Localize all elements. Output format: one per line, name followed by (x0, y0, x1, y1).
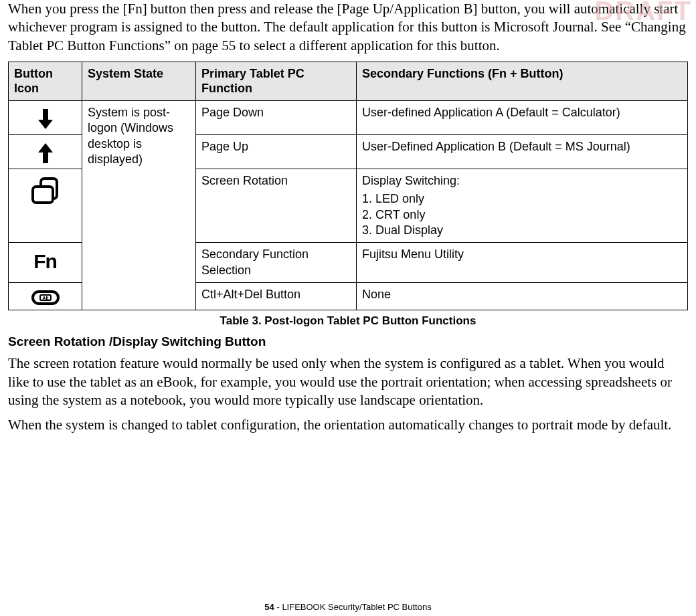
document-page: DRAFT When you press the [Fn] button the… (0, 0, 696, 616)
secondary-item: 3. Dual Display (362, 223, 682, 238)
th-secondary: Secondary Functions (Fn + Button) (357, 62, 688, 100)
footer-sep: - (274, 602, 282, 612)
svg-marker-2 (38, 143, 53, 152)
secondary-cell: Fujitsu Menu Utility (357, 243, 688, 283)
secondary-cell: User-defined Application A (Default = Ca… (357, 100, 688, 134)
th-button-icon: Button Icon (9, 62, 82, 100)
icon-cell: Fn (9, 243, 82, 283)
svg-rect-3 (43, 152, 48, 163)
primary-cell: Page Up (196, 134, 357, 169)
arrow-down-icon (14, 108, 76, 130)
body-paragraph-1: The screen rotation feature would normal… (8, 354, 688, 409)
icon-cell (9, 134, 82, 169)
table-header-row: Button Icon System State Primary Tablet … (9, 62, 688, 100)
button-functions-table: Button Icon System State Primary Tablet … (8, 62, 688, 310)
page-footer: 54 - LIFEBOOK Security/Tablet PC Buttons (0, 602, 696, 612)
svg-text:Alt: Alt (42, 296, 49, 300)
table-row: System is post-logon (Windows desktop is… (9, 100, 688, 134)
footer-title: LIFEBOOK Security/Tablet PC Buttons (282, 602, 431, 612)
svg-rect-0 (43, 109, 48, 120)
secondary-item: 2. CRT only (362, 207, 682, 223)
body-paragraph-2: When the system is changed to tablet con… (8, 416, 688, 434)
primary-cell: Screen Rotation (196, 169, 357, 243)
secondary-title: Display Switching: (362, 173, 682, 189)
intro-paragraph: When you press the [Fn] button then pres… (8, 0, 688, 55)
th-primary: Primary Tablet PC Function (196, 62, 357, 100)
system-state-cell: System is post-logon (Windows desktop is… (82, 100, 196, 310)
icon-cell: Alt (9, 283, 82, 310)
secondary-cell: None (357, 283, 688, 310)
page-number: 54 (264, 602, 274, 612)
primary-cell: Page Down (196, 100, 357, 134)
primary-cell: Ctl+Alt+Del Button (196, 283, 357, 310)
icon-cell (9, 169, 82, 243)
icon-cell (9, 100, 82, 134)
screen-rotation-icon (14, 176, 76, 207)
section-heading: Screen Rotation /Display Switching Butto… (8, 334, 688, 349)
svg-rect-5 (33, 187, 53, 203)
fn-icon: Fn (33, 248, 57, 274)
secondary-cell: Display Switching: 1. LED only 2. CRT on… (357, 169, 688, 243)
secondary-cell: User-Defined Application B (Default = MS… (357, 134, 688, 169)
arrow-up-icon (14, 142, 76, 165)
ctrl-alt-del-icon: Alt (14, 290, 76, 306)
th-system-state: System State (82, 62, 196, 100)
svg-marker-1 (38, 120, 53, 129)
secondary-item: 1. LED only (362, 191, 682, 207)
primary-cell: Secondary Function Selection (196, 243, 357, 283)
table-caption: Table 3. Post-logon Tablet PC Button Fun… (8, 314, 688, 328)
